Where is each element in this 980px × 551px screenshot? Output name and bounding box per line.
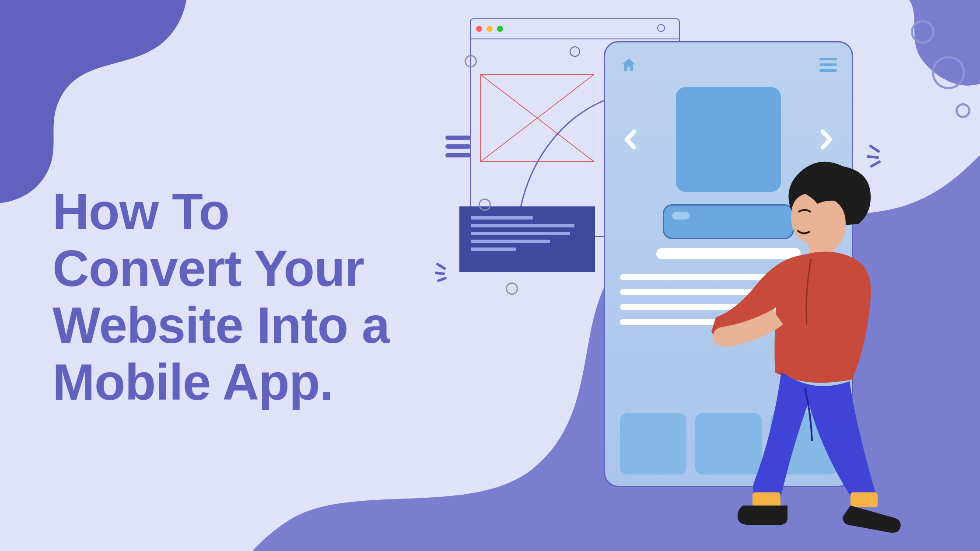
traffic-light-max-icon [497,26,503,32]
bubble-icon [932,56,965,89]
svg-line-5 [871,146,878,151]
chevron-left-icon [620,129,641,150]
svg-point-8 [823,211,834,225]
circle-icon [479,199,491,211]
svg-rect-9 [752,492,780,507]
circle-icon [657,24,665,32]
svg-rect-10 [850,492,878,507]
spark-icon [435,260,457,282]
circle-icon [465,55,477,67]
chevron-right-icon [816,129,837,150]
svg-line-3 [436,273,444,274]
wireframe-placeholder-icon [480,74,594,162]
code-block [459,206,595,272]
svg-line-4 [438,278,445,281]
thumbnail-placeholder [620,413,686,474]
svg-line-2 [438,264,444,269]
traffic-light-close-icon [476,26,482,32]
page-title: How To Convert Your Website Into a Mobil… [52,184,389,411]
bubble-icon [956,103,970,118]
browser-titlebar [471,19,679,39]
person-illustration [711,156,980,549]
circle-icon [570,46,580,57]
home-icon [620,56,637,76]
bubble-icon [911,20,934,44]
circle-icon [506,282,518,295]
hamburger-lines-icon [445,136,471,162]
traffic-light-min-icon [486,26,493,32]
menu-icon [819,58,837,75]
